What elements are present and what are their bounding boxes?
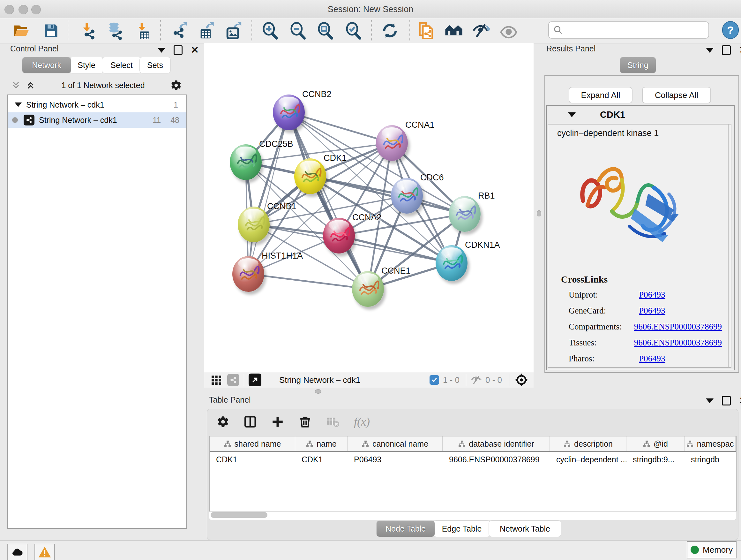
- table-cell[interactable]: CDK1: [210, 452, 295, 467]
- collapse-all-button[interactable]: Collapse All: [642, 87, 711, 104]
- crosslink-value-link[interactable]: P06493: [639, 354, 665, 364]
- column-header-database-identifier[interactable]: database identifier: [443, 436, 550, 451]
- network-node-cdk1[interactable]: [294, 159, 326, 194]
- open-file-button[interactable]: [11, 21, 32, 41]
- network-row-label: String Network – cdk1: [39, 116, 152, 125]
- show-columns-icon[interactable]: [244, 415, 257, 428]
- grid-mode-icon[interactable]: [211, 374, 222, 386]
- table-gear-icon[interactable]: [217, 415, 229, 428]
- column-header-name[interactable]: name: [295, 436, 347, 451]
- network-canvas[interactable]: CCNB2CCNA1CDC25BCDK1CDC6RB1CCNB1CCNA2CDK…: [204, 43, 534, 372]
- table-cell[interactable]: 9606.ENSP00000378699: [443, 452, 550, 467]
- panel-menu-icon[interactable]: [158, 48, 165, 53]
- tab-style[interactable]: Style: [69, 57, 104, 73]
- tab-node-table[interactable]: Node Table: [376, 520, 435, 537]
- string-enrichment-button[interactable]: [416, 21, 436, 41]
- panel-close-icon[interactable]: ✕: [191, 46, 199, 54]
- panel-close-icon[interactable]: ✕: [739, 46, 741, 54]
- column-header-description[interactable]: description: [550, 436, 626, 451]
- tab-select[interactable]: Select: [102, 57, 141, 73]
- open-in-window-icon[interactable]: [249, 374, 261, 386]
- fit-content-button[interactable]: [315, 21, 336, 41]
- view-statusbar: String Network – cdk1 1 - 0 0 - 0: [204, 372, 534, 388]
- network-node-ccna2[interactable]: [323, 218, 355, 253]
- horizontal-splitter-handle[interactable]: [315, 389, 321, 394]
- vertical-splitter-handle[interactable]: [537, 210, 541, 216]
- add-column-icon[interactable]: [271, 415, 284, 428]
- network-node-ccnb2[interactable]: [273, 95, 305, 130]
- import-network-database-button[interactable]: [105, 21, 126, 41]
- tab-sets[interactable]: Sets: [139, 57, 171, 73]
- table-cell[interactable]: P06493: [347, 452, 443, 467]
- panel-float-icon[interactable]: [722, 396, 731, 406]
- search-input[interactable]: [566, 25, 709, 35]
- panel-menu-icon[interactable]: [706, 398, 714, 403]
- panel-menu-icon[interactable]: [706, 48, 714, 53]
- import-table-file-button[interactable]: [133, 21, 153, 41]
- zoom-selected-button[interactable]: [343, 21, 364, 41]
- export-table-button[interactable]: [197, 21, 217, 41]
- tab-network-table[interactable]: Network Table: [488, 520, 561, 537]
- table-cell[interactable]: stringdb: [684, 452, 736, 467]
- hide-selected-button[interactable]: [471, 21, 491, 41]
- expand-all-button[interactable]: Expand All: [569, 87, 632, 104]
- gear-icon[interactable]: [171, 79, 182, 91]
- export-table-icon: [198, 21, 216, 40]
- table-row[interactable]: CDK1CDK1P064939606.ENSP00000378699cyclin…: [210, 452, 736, 467]
- tab-network[interactable]: Network: [22, 57, 71, 73]
- warnings-button[interactable]: [35, 544, 55, 560]
- collapse-all-icon[interactable]: [11, 80, 21, 90]
- crosslink-value-link[interactable]: P06493: [639, 306, 665, 316]
- memory-button[interactable]: Memory: [687, 541, 737, 558]
- network-node-ccnb1[interactable]: [238, 206, 270, 242]
- import-network-file-button[interactable]: [78, 21, 99, 41]
- expand-all-icon[interactable]: [25, 80, 36, 90]
- node-label-rb1: RB1: [478, 191, 495, 201]
- column-header-canonical-name[interactable]: canonical name: [347, 436, 443, 451]
- first-neighbors-button[interactable]: [444, 21, 464, 41]
- network-view-mode-icon[interactable]: [227, 374, 239, 386]
- table-cell[interactable]: cyclin–dependent ...: [550, 452, 626, 467]
- network-node-ccna1[interactable]: [376, 125, 408, 161]
- table-hscrollbar-thumb[interactable]: [211, 512, 267, 518]
- node-table[interactable]: shared namenamecanonical namedatabase id…: [209, 436, 737, 511]
- panel-float-icon[interactable]: [722, 45, 731, 55]
- crosslink-value-link[interactable]: 9606.ENSP00000378699: [634, 338, 722, 348]
- table-cell[interactable]: stringdb:9...: [626, 452, 684, 467]
- panel-float-icon[interactable]: [174, 45, 183, 55]
- tab-string[interactable]: String: [620, 57, 656, 73]
- node-result-header[interactable]: CDK1: [547, 106, 734, 123]
- table-hscrollbar[interactable]: [209, 510, 736, 520]
- delete-column-icon[interactable]: [298, 415, 312, 428]
- crosslink-value-link[interactable]: 9606.ENSP00000378699: [634, 322, 722, 332]
- birds-eye-toggle-icon[interactable]: [515, 373, 529, 387]
- network-node-rb1[interactable]: [449, 196, 481, 232]
- export-image-button[interactable]: [223, 21, 244, 41]
- column-header-shared-name[interactable]: shared name: [210, 436, 295, 451]
- network-row-selected[interactable]: String Network – cdk1 11 48: [8, 112, 186, 128]
- tab-edge-table[interactable]: Edge Table: [433, 520, 490, 537]
- export-network-button[interactable]: [169, 21, 190, 41]
- selected-checkbox-icon[interactable]: [429, 375, 439, 385]
- zoom-out-button[interactable]: [288, 21, 308, 41]
- network-node-cdkn1a[interactable]: [435, 245, 468, 281]
- save-session-button[interactable]: [41, 21, 61, 41]
- tree-expand-icon[interactable]: [15, 103, 22, 107]
- column-header-namespac[interactable]: namespac: [684, 436, 736, 451]
- cloud-button[interactable]: [7, 544, 27, 560]
- network-node-cdc6[interactable]: [391, 178, 423, 213]
- panel-close-icon[interactable]: ✕: [739, 397, 741, 405]
- network-node-cdc25b[interactable]: [230, 144, 262, 180]
- column-header--id[interactable]: @id: [626, 436, 684, 451]
- zoom-in-button[interactable]: [260, 21, 280, 41]
- table-cell[interactable]: CDK1: [295, 452, 347, 467]
- results-scrollbar[interactable]: [728, 125, 729, 367]
- crosslink-value-link[interactable]: P06493: [639, 290, 665, 300]
- network-node-ccne1[interactable]: [352, 271, 384, 307]
- help-button[interactable]: ?: [722, 21, 739, 39]
- network-node-hist1h1a[interactable]: [232, 256, 264, 292]
- network-collection-row[interactable]: String Network – cdk1 1: [8, 97, 186, 112]
- section-collapse-icon[interactable]: [568, 112, 576, 117]
- show-all-button[interactable]: [498, 21, 519, 41]
- refresh-button[interactable]: [380, 21, 400, 41]
